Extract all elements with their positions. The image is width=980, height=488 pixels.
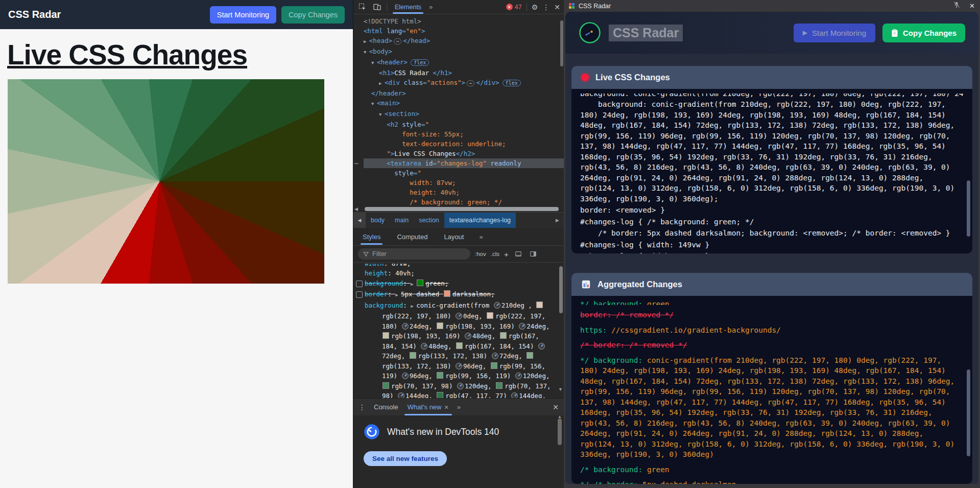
dom-tree-row[interactable]: ▼ <section> <box>364 109 564 120</box>
breadcrumb-item[interactable]: main <box>390 213 414 228</box>
device-toolbar-icon[interactable] <box>372 2 382 12</box>
angle-dial-icon[interactable] <box>402 323 409 330</box>
element-classes-button[interactable]: .cls <box>491 251 499 257</box>
window-titlebar[interactable]: CSS Radar ✕ <box>564 0 980 12</box>
tab-console[interactable]: Console <box>373 400 399 414</box>
angle-dial-icon[interactable] <box>457 383 464 389</box>
elements-horizontal-scrollbar[interactable]: ◀ <box>353 206 564 212</box>
drawer-kebab-icon[interactable]: ⋮ <box>358 403 366 411</box>
app-start-monitoring-button[interactable]: ▶ Start Monitoring <box>794 24 875 42</box>
pane-tab-computed[interactable]: Computed <box>396 229 428 244</box>
dom-tree-row[interactable]: <!DOCTYPE html> <box>364 16 564 26</box>
see-all-features-button[interactable]: See all new features <box>364 451 447 466</box>
css-declaration[interactable]: height: 40vh; <box>365 268 556 278</box>
console-error-badge[interactable]: ✕ 47 <box>506 4 522 11</box>
angle-dial-icon[interactable] <box>515 373 522 379</box>
dom-tree-row[interactable]: ⋯ <textarea id="changes-log" readonly <box>364 158 564 168</box>
angle-dial-icon[interactable] <box>421 343 427 350</box>
color-swatch[interactable] <box>410 352 416 359</box>
dom-tree-row[interactable]: width: 87vw; <box>364 178 564 188</box>
dom-tree-row[interactable]: ▶ <div class="actions">⋯</div>flex <box>364 78 564 88</box>
elements-scrollbar[interactable] <box>560 20 563 66</box>
styles-scrollbar[interactable] <box>559 266 563 313</box>
new-style-rule-button[interactable]: + <box>504 250 509 259</box>
live-changes-log[interactable]: background: conic-gradient(from 210deg, … <box>571 89 972 253</box>
whats-new-scrollbar[interactable] <box>558 419 562 445</box>
dom-tree-row[interactable]: ">Live CSS Changes</h2> <box>364 149 564 158</box>
tab-whats-new[interactable]: What's new✕ <box>407 400 450 414</box>
kebab-menu-icon[interactable]: ⋮ <box>542 3 549 11</box>
dom-tree-row[interactable]: <html lang="en"> <box>364 26 564 36</box>
dom-tree-row[interactable]: ▶ <head>⋯</head> <box>364 36 564 47</box>
more-tabs-chevron-icon[interactable]: » <box>429 3 432 11</box>
color-swatch[interactable] <box>536 301 543 308</box>
breadcrumb-scroll-right-icon[interactable]: ▶ <box>556 213 564 228</box>
css-declaration[interactable]: background: ▶ conic-gradient(from 210deg… <box>365 300 556 399</box>
styles-scroll-down-icon[interactable]: ▼ <box>558 387 563 396</box>
color-swatch[interactable] <box>527 352 533 359</box>
aggregated-changes-log[interactable]: */ background: greenborder: /* removed *… <box>571 296 972 484</box>
angle-dial-icon[interactable] <box>538 343 545 350</box>
close-drawer-icon[interactable]: ✕ <box>553 403 559 411</box>
scrollbar-thumb[interactable] <box>365 207 559 211</box>
color-swatch[interactable] <box>487 312 493 319</box>
live-panel-scrollbar[interactable] <box>967 180 970 237</box>
dom-tree-row[interactable]: <h2 style=" <box>364 120 564 129</box>
declaration-checkbox[interactable] <box>356 281 363 287</box>
color-swatch[interactable] <box>437 372 443 379</box>
dom-tree-row[interactable]: <h1>CSS Radar </h1> <box>364 68 564 78</box>
color-swatch[interactable] <box>417 280 423 286</box>
css-declaration[interactable]: border: ▶ 5px dashed darksalmon; <box>365 289 556 300</box>
settings-gear-icon[interactable]: ⚙ <box>532 3 538 11</box>
dom-tree-row[interactable]: height: 40vh; <box>364 188 564 197</box>
copy-changes-button[interactable]: Copy Changes <box>281 6 345 24</box>
breadcrumb-item[interactable]: section <box>414 213 444 228</box>
css-declaration[interactable]: width: 87vw, <box>365 264 556 268</box>
angle-dial-icon[interactable] <box>492 353 498 359</box>
color-swatch[interactable] <box>456 342 463 349</box>
angle-dial-icon[interactable] <box>456 313 462 319</box>
dom-tree-row[interactable]: style=" <box>364 168 564 178</box>
color-swatch[interactable] <box>437 322 443 329</box>
more-drawer-tabs-chevron-icon[interactable]: » <box>457 403 460 411</box>
dom-tree-row[interactable]: ▼ <header>flex <box>364 57 564 68</box>
close-tab-icon[interactable]: ✕ <box>444 404 449 410</box>
unpin-icon[interactable] <box>953 2 960 10</box>
angle-dial-icon[interactable] <box>402 373 409 379</box>
close-window-icon[interactable]: ✕ <box>969 2 975 10</box>
color-swatch[interactable] <box>437 392 443 398</box>
css-declaration[interactable]: background: ▶ green; <box>365 278 556 290</box>
angle-dial-icon[interactable] <box>511 392 518 398</box>
color-swatch[interactable] <box>500 332 507 339</box>
inspect-element-icon[interactable] <box>357 2 367 12</box>
close-devtools-icon[interactable]: ✕ <box>554 3 560 11</box>
dom-tree-row[interactable]: ▼ <main> <box>364 98 564 109</box>
app-copy-changes-button[interactable]: Copy Changes <box>882 24 965 42</box>
dom-tree-row[interactable]: ▼ <body> <box>364 47 564 57</box>
dom-tree-row[interactable]: text-decoration: underline; <box>364 139 564 149</box>
pane-tab-styles[interactable]: Styles <box>362 229 381 244</box>
breadcrumb-scroll-left-icon[interactable]: ◀ <box>353 213 366 228</box>
angle-dial-icon[interactable] <box>456 363 462 369</box>
computed-styles-icon[interactable] <box>513 249 523 259</box>
styles-filter-input[interactable]: Filter <box>358 248 470 260</box>
changes-log-textarea[interactable] <box>8 79 324 284</box>
color-swatch[interactable] <box>383 332 389 339</box>
angle-dial-icon[interactable] <box>519 323 525 330</box>
angle-dial-icon[interactable] <box>494 302 500 309</box>
declaration-checkbox[interactable] <box>356 291 363 298</box>
breadcrumb-item-selected[interactable]: textarea#changes-log <box>444 213 516 228</box>
pane-tab-layout[interactable]: Layout <box>443 229 465 244</box>
start-monitoring-button[interactable]: Start Monitoring <box>210 6 276 24</box>
color-swatch[interactable] <box>383 382 389 389</box>
dom-tree-row[interactable]: font-size: 55px; <box>364 129 564 139</box>
color-swatch[interactable] <box>444 290 450 297</box>
dock-sidebar-icon[interactable] <box>528 249 538 259</box>
angle-dial-icon[interactable] <box>398 392 404 398</box>
color-swatch[interactable] <box>491 362 497 369</box>
dom-tree-row[interactable]: /* background: green; */ <box>364 197 564 206</box>
tab-elements[interactable]: Elements <box>392 1 424 13</box>
breadcrumb-item[interactable]: body <box>366 213 390 228</box>
toggle-element-state-button[interactable]: :hov <box>475 251 486 257</box>
more-panes-chevron-icon[interactable]: » <box>479 233 482 241</box>
